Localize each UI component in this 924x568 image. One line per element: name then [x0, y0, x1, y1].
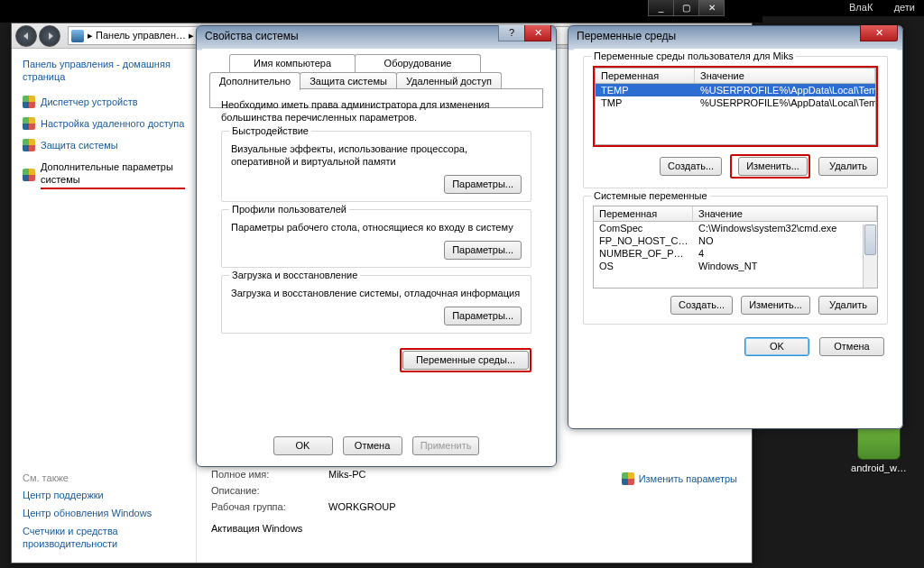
group-label: Быстродействие	[229, 125, 311, 136]
environment-variables-dialog: Переменные среды ✕ Переменные среды поль…	[568, 25, 903, 429]
change-settings-link[interactable]: Изменить параметры	[622, 472, 737, 485]
ok-button[interactable]: OK	[273, 436, 333, 455]
tab-computer-name[interactable]: Имя компьютера	[229, 54, 356, 72]
group-label: Системные переменные	[591, 190, 710, 201]
user-variables-table[interactable]: Переменная Значение TEMP %USERPROFILE%\A…	[595, 68, 876, 145]
dialog-title: Свойства системы	[205, 30, 299, 42]
see-also-heading: См. также	[23, 472, 185, 483]
group-profiles: Профили пользователей Параметры рабочего…	[221, 209, 531, 268]
sidebar: Панель управления - домашняя страница Ди…	[12, 49, 196, 563]
sidebar-link-remote[interactable]: Настройка удаленного доступа	[23, 117, 185, 130]
intro-text: Необходимо иметь права администратора дл…	[221, 98, 531, 124]
table-row[interactable]: NUMBER_OF_P…4	[594, 247, 877, 260]
scrollbar[interactable]	[863, 224, 877, 288]
dialog-title: Переменные среды	[577, 30, 676, 42]
topbar-label: дети	[894, 2, 915, 13]
cancel-button[interactable]: Отмена	[819, 337, 884, 356]
performance-settings-button[interactable]: Параметры...	[444, 175, 522, 194]
tab-panel-advanced: Необходимо иметь права администратора дл…	[209, 88, 543, 108]
sidebar-link-device-manager[interactable]: Диспетчер устройств	[23, 96, 185, 108]
maximize-button[interactable]: ▢	[673, 0, 699, 16]
tab-hardware[interactable]: Оборудование	[355, 54, 481, 72]
activation-heading: Активация Windows	[211, 523, 737, 534]
control-panel-icon	[71, 30, 84, 42]
table-row[interactable]: TMP %USERPROFILE%\AppData\Local\Temp	[596, 96, 875, 109]
help-button[interactable]: ?	[498, 25, 525, 41]
sys-delete-button[interactable]: Удалить	[818, 296, 878, 315]
highlight-box: Переменные среды...	[400, 348, 531, 372]
group-desc: Визуальные эффекты, использование процес…	[231, 142, 522, 168]
table-row[interactable]: ComSpecC:\Windows\system32\cmd.exe	[594, 222, 877, 234]
column-header-variable[interactable]: Переменная	[594, 206, 693, 221]
user-edit-button[interactable]: Изменить...	[738, 157, 808, 176]
shield-icon	[23, 169, 35, 181]
fullname-value: Miks-PC	[328, 469, 366, 480]
hidden-window-titlebar: _ ▢ ✕	[0, 0, 762, 23]
sidebar-heading[interactable]: Панель управления - домашняя страница	[23, 58, 185, 83]
group-desc: Параметры рабочего стола, относящиеся ко…	[231, 221, 522, 234]
nav-back-button[interactable]	[15, 25, 37, 47]
system-variables-group: Системные переменные Переменная Значение…	[583, 196, 888, 325]
shield-icon	[23, 117, 35, 130]
group-label: Профили пользователей	[229, 204, 349, 215]
shield-icon	[23, 139, 35, 151]
highlight-box: Переменная Значение TEMP %USERPROFILE%\A…	[593, 66, 878, 147]
sys-edit-button[interactable]: Изменить...	[741, 296, 810, 315]
link-perf-tools[interactable]: Счетчики и средства производительности	[23, 525, 185, 550]
ok-button[interactable]: OK	[744, 337, 809, 356]
environment-variables-button[interactable]: Переменные среды...	[402, 351, 529, 370]
close-button[interactable]: ✕	[860, 25, 898, 41]
apply-button[interactable]: Применить	[412, 436, 480, 455]
system-properties-dialog: Свойства системы ? ✕ Имя компьютера Обор…	[196, 25, 557, 467]
user-variables-group: Переменные среды пользователя для Miks П…	[583, 56, 888, 188]
tab-advanced[interactable]: Дополнительно	[209, 72, 300, 90]
column-header-variable[interactable]: Переменная	[596, 69, 695, 83]
user-delete-button[interactable]: Удалить	[818, 157, 878, 176]
user-create-button[interactable]: Создать...	[660, 157, 722, 176]
tab-remote[interactable]: Удаленный доступ	[396, 72, 502, 90]
workgroup-label: Рабочая группа:	[211, 501, 328, 512]
group-performance: Быстродействие Визуальные эффекты, испол…	[221, 131, 531, 202]
group-desc: Загрузка и восстановление системы, отлад…	[231, 287, 522, 299]
sidebar-link-protection[interactable]: Защита системы	[23, 139, 185, 151]
tab-protection[interactable]: Защита системы	[300, 72, 397, 90]
column-header-value[interactable]: Значение	[695, 69, 875, 83]
shield-icon	[23, 96, 35, 108]
link-windows-update[interactable]: Центр обновления Windows	[23, 507, 185, 519]
close-button[interactable]: ✕	[698, 0, 725, 16]
table-row[interactable]: FP_NO_HOST_C…NO	[594, 234, 877, 247]
profiles-settings-button[interactable]: Параметры...	[444, 241, 522, 260]
close-button[interactable]: ✕	[524, 25, 551, 41]
description-label: Описание:	[211, 485, 328, 496]
sidebar-link-advanced[interactable]: Дополнительные параметры системы	[23, 160, 185, 189]
table-row[interactable]: TEMP %USERPROFILE%\AppData\Local\Temp	[596, 84, 875, 96]
topbar-label: ВлаК	[849, 2, 873, 13]
minimize-button[interactable]: _	[648, 0, 674, 16]
highlight-box: Изменить...	[730, 154, 810, 179]
cancel-button[interactable]: Отмена	[343, 436, 402, 455]
column-header-value[interactable]: Значение	[693, 206, 877, 221]
sys-create-button[interactable]: Создать...	[670, 296, 733, 315]
shortcut-label: android_w…	[847, 463, 910, 473]
group-label: Загрузка и восстановление	[229, 270, 360, 280]
sidebar-see-also: См. также Центр поддержки Центр обновлен…	[23, 472, 185, 555]
nav-forward-button[interactable]	[39, 25, 60, 47]
breadcrumb: ▸ Панель управлен… ▸	[88, 30, 194, 41]
group-startup: Загрузка и восстановление Загрузка и вос…	[221, 275, 531, 334]
group-label: Переменные среды пользователя для Miks	[591, 50, 796, 61]
system-variables-table[interactable]: Переменная Значение ComSpecC:\Windows\sy…	[593, 206, 878, 289]
shield-icon	[622, 472, 634, 485]
workgroup-value: WORKGROUP	[328, 501, 396, 512]
fullname-label: Полное имя:	[211, 469, 328, 480]
startup-settings-button[interactable]: Параметры...	[444, 307, 522, 325]
table-row[interactable]: OSWindows_NT	[594, 260, 877, 272]
link-action-center[interactable]: Центр поддержки	[23, 489, 185, 501]
